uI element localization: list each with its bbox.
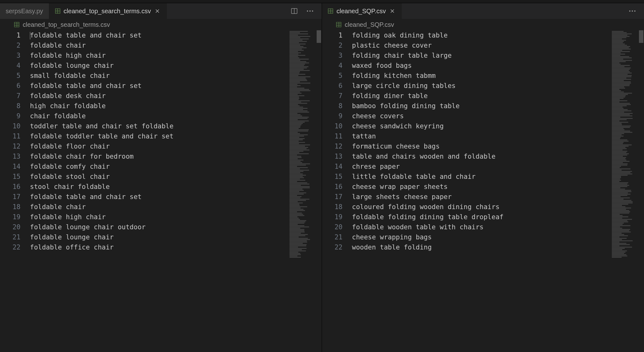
code-line[interactable]: foldable table and chair set xyxy=(30,81,288,91)
breadcrumb-right[interactable]: cleaned_SQP.csv xyxy=(322,19,644,30)
line-number: 6 xyxy=(322,81,342,91)
line-number: 22 xyxy=(322,242,342,252)
code-content[interactable]: foldable table and chair setfoldable cha… xyxy=(30,30,288,352)
code-line[interactable]: formaticum cheese bags xyxy=(352,141,610,151)
scrollbar-thumb[interactable] xyxy=(317,30,321,43)
code-line[interactable]: foldable wooden table with chairs xyxy=(352,222,610,232)
line-number: 10 xyxy=(0,121,20,131)
line-number: 7 xyxy=(322,91,342,101)
code-line[interactable]: foldable toddler table and chair set xyxy=(30,131,288,141)
line-number: 14 xyxy=(0,161,20,172)
code-line[interactable]: folding chair table large xyxy=(352,50,610,61)
code-line[interactable]: foldable table and chair set xyxy=(30,192,288,202)
code-line[interactable]: foldable stool chair xyxy=(30,172,288,182)
tab-bar-left: serpsEasy.py cleaned_top_search_terms.cs… xyxy=(0,3,322,19)
line-number: 14 xyxy=(322,161,342,172)
tab-label: cleaned_SQP.csv xyxy=(337,8,386,15)
tab-actions-left xyxy=(283,3,322,19)
code-content[interactable]: folding oak dining tableplastic cheese c… xyxy=(352,30,610,352)
code-line[interactable]: folding kitchen tabmm xyxy=(352,71,610,81)
code-line[interactable]: folding oak dining table xyxy=(352,30,610,40)
line-number: 20 xyxy=(0,222,20,232)
line-number: 21 xyxy=(0,232,20,242)
code-line[interactable]: foldable lounge chair outdoor xyxy=(30,222,288,232)
code-line[interactable]: foldable floor chair xyxy=(30,141,288,151)
line-number: 9 xyxy=(322,111,342,121)
code-line[interactable]: little foldable table and chair xyxy=(352,172,610,182)
code-line[interactable]: foldable chair xyxy=(30,40,288,50)
close-icon[interactable] xyxy=(389,8,396,15)
line-number: 10 xyxy=(322,121,342,131)
code-line[interactable]: foldable office chair xyxy=(30,242,288,252)
code-line[interactable]: foldable high chair xyxy=(30,50,288,61)
line-number: 15 xyxy=(0,172,20,182)
tab-actions-right xyxy=(621,3,644,19)
line-number: 16 xyxy=(0,182,20,192)
vertical-scrollbar[interactable] xyxy=(316,30,322,352)
tab-serps-easy[interactable]: serpsEasy.py xyxy=(0,3,49,19)
code-line[interactable]: foldable lounge chair xyxy=(30,61,288,71)
line-number: 2 xyxy=(322,40,342,50)
breadcrumb-label: cleaned_SQP.csv xyxy=(345,21,394,28)
code-line[interactable]: chair foldable xyxy=(30,111,288,121)
code-line[interactable]: chrese paper xyxy=(352,161,610,172)
line-number: 12 xyxy=(0,141,20,151)
code-line[interactable]: coloured folding wooden dining chairs xyxy=(352,202,610,212)
split-editor-icon[interactable] xyxy=(290,7,298,15)
code-line[interactable]: foldable folding dining table dropleaf xyxy=(352,212,610,222)
minimap[interactable] xyxy=(288,30,316,352)
code-line[interactable]: foldable table and chair set xyxy=(30,30,288,40)
code-line[interactable]: waxed food bags xyxy=(352,61,610,71)
code-line[interactable]: cheese covers xyxy=(352,111,610,121)
line-number: 1 xyxy=(322,30,342,40)
code-line[interactable]: cheese wrap paper sheets xyxy=(352,182,610,192)
code-line[interactable]: plastic cheese cover xyxy=(352,40,610,50)
vertical-scrollbar[interactable] xyxy=(638,30,644,352)
code-line[interactable]: foldable chair xyxy=(30,202,288,212)
csv-icon xyxy=(328,8,333,14)
breadcrumb-left[interactable]: cleaned_top_search_terms.csv xyxy=(0,19,322,30)
line-number: 11 xyxy=(0,131,20,141)
code-line[interactable]: cheese sandwich keyring xyxy=(352,121,610,131)
line-number: 11 xyxy=(322,131,342,141)
tab-cleaned-top-search-terms[interactable]: cleaned_top_search_terms.csv xyxy=(49,3,167,19)
code-line[interactable]: foldable chair for bedroom xyxy=(30,151,288,161)
line-number: 16 xyxy=(322,182,342,192)
tab-cleaned-sqp[interactable]: cleaned_SQP.csv xyxy=(322,3,402,19)
close-icon[interactable] xyxy=(154,8,161,15)
editor-pane-right: cleaned_SQP.csv cleaned_SQP.csv 12345678… xyxy=(322,3,644,352)
svg-point-3 xyxy=(309,10,311,12)
code-line[interactable]: small foldable chair xyxy=(30,71,288,81)
line-number: 5 xyxy=(322,71,342,81)
code-line[interactable]: wooden table folding xyxy=(352,242,610,252)
line-number: 13 xyxy=(322,151,342,161)
csv-icon xyxy=(14,22,20,27)
code-line[interactable]: foldable lounge chair xyxy=(30,232,288,242)
title-bar-strip xyxy=(0,0,644,3)
minimap[interactable] xyxy=(610,30,638,352)
more-actions-icon[interactable] xyxy=(628,7,636,15)
code-line[interactable]: foldable comfy chair xyxy=(30,161,288,172)
code-line[interactable]: folding diner table xyxy=(352,91,610,101)
code-line[interactable]: large circle dining tables xyxy=(352,81,610,91)
code-line[interactable]: stool chair foldable xyxy=(30,182,288,192)
editor-body-left: 12345678910111213141516171819202122 fold… xyxy=(0,30,322,352)
line-number: 2 xyxy=(0,40,20,50)
code-line[interactable]: bamboo folding dining table xyxy=(352,101,610,111)
line-number: 12 xyxy=(322,141,342,151)
tab-label: serpsEasy.py xyxy=(6,8,43,15)
code-line[interactable]: foldable high chair xyxy=(30,212,288,222)
svg-point-7 xyxy=(634,10,635,12)
line-number: 5 xyxy=(0,71,20,81)
code-line[interactable]: high chair foldable xyxy=(30,101,288,111)
scrollbar-thumb[interactable] xyxy=(639,30,643,43)
line-number: 22 xyxy=(0,242,20,252)
code-line[interactable]: large sheets cheese paper xyxy=(352,192,610,202)
code-line[interactable]: foldable desk chair xyxy=(30,91,288,101)
code-line[interactable]: tattan xyxy=(352,131,610,141)
code-line[interactable]: cheese wrapping bags xyxy=(352,232,610,242)
code-line[interactable]: table and chairs wooden and foldable xyxy=(352,151,610,161)
csv-icon xyxy=(55,8,61,14)
more-actions-icon[interactable] xyxy=(306,7,314,15)
code-line[interactable]: toddler table and chair set foldable xyxy=(30,121,288,131)
